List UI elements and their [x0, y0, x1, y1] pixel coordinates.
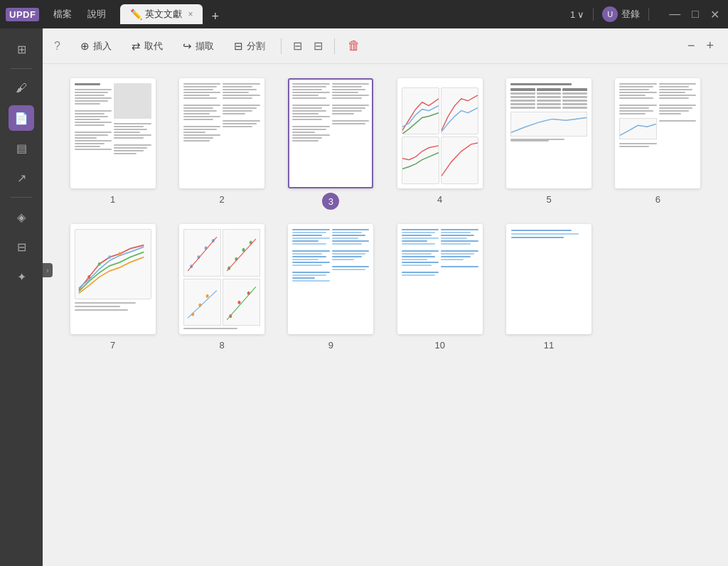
insert-btn[interactable]: ⊕ 插入 [72, 36, 120, 57]
sidebar-icon-thumbnails[interactable]: ⊞ [9, 36, 34, 62]
app-logo: UPDF [6, 8, 39, 21]
svg-point-2 [108, 255, 111, 259]
page-thumb-9[interactable] [288, 224, 373, 334]
user-button[interactable]: U 登錄 [602, 6, 640, 22]
page-number-2: 2 [219, 194, 224, 205]
close-btn[interactable]: ✕ [707, 8, 722, 21]
page-thumb-2[interactable] [179, 78, 264, 188]
replace-btn[interactable]: ⇄ 取代 [123, 36, 171, 57]
extract-btn[interactable]: ↪ 擷取 [174, 36, 223, 57]
svg-point-3 [118, 252, 121, 255]
sidebar-icon-copy[interactable]: ⊟ [9, 234, 34, 260]
page-thumb-1[interactable] [70, 78, 156, 188]
page11-content [508, 225, 590, 333]
page-thumb-7[interactable] [70, 224, 156, 334]
page10-content [399, 225, 481, 333]
page6-content [616, 80, 699, 187]
page-number-11: 11 [544, 340, 554, 351]
toolbar-sep2 [334, 38, 335, 54]
page2-content [181, 80, 263, 187]
align-right-btn[interactable]: ⊟ [309, 36, 327, 55]
page-item-3[interactable]: 3 [282, 78, 380, 210]
page-thumb-6[interactable] [615, 78, 700, 188]
active-tab[interactable]: ✏️ 英文文獻 × [120, 4, 203, 24]
content-area: ? ⊕ 插入 ⇄ 取代 ↪ 擷取 ⊟ 分割 [43, 28, 728, 566]
sidebar-icon-search[interactable]: ◈ [9, 204, 34, 230]
sidebar-icon-organize[interactable]: 📄 [9, 105, 34, 131]
titlebar-menu: 檔案 說明 [46, 5, 113, 23]
split-btn[interactable]: ⊟ 分割 [225, 36, 274, 57]
extract-icon: ↪ [183, 40, 192, 53]
page-item-5[interactable]: 5 [500, 78, 597, 210]
tab-title: 英文文獻 [145, 8, 182, 21]
page-number-3: 3 [322, 193, 339, 210]
page-item-1[interactable]: 1 [64, 78, 161, 210]
page-item-10[interactable]: 10 [391, 224, 488, 351]
user-label: 登錄 [621, 8, 640, 21]
pages-container[interactable]: 1 [43, 64, 728, 566]
sidebar-icon-star[interactable]: ✦ [9, 264, 34, 289]
toolbar-sep [281, 38, 282, 54]
page8-content [181, 225, 263, 333]
page-item-9[interactable]: 9 [282, 224, 380, 351]
page-chevron: ∨ [577, 9, 584, 20]
page-thumb-8[interactable] [179, 224, 264, 334]
tab-close-btn[interactable]: × [188, 9, 193, 19]
separator [593, 8, 594, 21]
svg-point-14 [206, 294, 209, 297]
help-icon[interactable]: ? [54, 40, 60, 53]
replace-label: 取代 [144, 40, 163, 53]
page-item-2[interactable]: 2 [173, 78, 270, 210]
zoom-out-btn[interactable]: − [685, 36, 698, 56]
page-number-10: 10 [434, 340, 444, 351]
app-body: ⊞ 🖌 📄 ▤ ↗ ◈ ⊟ ✦ › ? ⊕ 插入 ⇄ 取代 [0, 28, 728, 566]
minimize-btn[interactable]: — [666, 8, 683, 21]
page3-content [289, 80, 372, 187]
sidebar-collapse-btn[interactable]: › [43, 263, 53, 277]
page-thumb-5[interactable] [506, 78, 592, 188]
page-thumb-4[interactable] [397, 78, 483, 188]
delete-btn[interactable]: 🗑 [342, 36, 366, 56]
page-item-7[interactable]: 7 [64, 224, 161, 351]
titlebar: UPDF 檔案 說明 ✏️ 英文文獻 × + 1 ∨ U 登錄 — □ ✕ [0, 0, 728, 28]
page7-content [72, 225, 154, 333]
insert-icon: ⊕ [80, 40, 90, 53]
page4-content [399, 80, 481, 187]
svg-point-16 [237, 300, 240, 304]
page9-content [289, 225, 372, 333]
page-number-7: 7 [110, 340, 115, 351]
menu-file[interactable]: 檔案 [46, 5, 79, 23]
page5-content [508, 80, 590, 187]
page-number-5: 5 [546, 194, 551, 205]
page-number-4: 4 [437, 194, 442, 205]
zoom-in-btn[interactable]: + [703, 36, 717, 56]
sidebar-icon-brush[interactable]: 🖌 [9, 75, 34, 101]
page-number-6: 6 [655, 194, 660, 205]
toolbar: ? ⊕ 插入 ⇄ 取代 ↪ 擷取 ⊟ 分割 [43, 28, 728, 64]
page-indicator[interactable]: 1 ∨ [570, 9, 584, 20]
page-number-9: 9 [328, 340, 333, 351]
svg-point-1 [97, 262, 100, 266]
page-thumb-10[interactable] [397, 224, 483, 334]
replace-icon: ⇄ [132, 40, 141, 53]
page-item-4[interactable]: 4 [391, 78, 488, 210]
page1-content [72, 80, 154, 187]
current-page: 1 [570, 9, 575, 20]
window-controls: — □ ✕ [666, 8, 722, 21]
sidebar: ⊞ 🖌 📄 ▤ ↗ ◈ ⊟ ✦ › [0, 28, 43, 566]
page-thumb-3[interactable] [288, 78, 373, 188]
page-item-8[interactable]: 8 [173, 224, 270, 351]
page-number-8: 8 [219, 340, 224, 351]
sidebar-icon-export[interactable]: ↗ [9, 165, 34, 191]
sidebar-icon-fields[interactable]: ▤ [9, 135, 34, 161]
tab-add-btn[interactable]: + [207, 9, 223, 24]
menu-help[interactable]: 說明 [80, 5, 113, 23]
page-item-6[interactable]: 6 [609, 78, 707, 210]
sidebar-divider-2 [11, 197, 32, 198]
page-item-11[interactable]: 11 [500, 224, 597, 351]
page-thumb-11[interactable] [506, 224, 592, 334]
align-left-btn[interactable]: ⊟ [289, 36, 306, 55]
svg-point-0 [87, 275, 90, 279]
insert-label: 插入 [93, 40, 112, 53]
maximize-btn[interactable]: □ [689, 8, 702, 21]
